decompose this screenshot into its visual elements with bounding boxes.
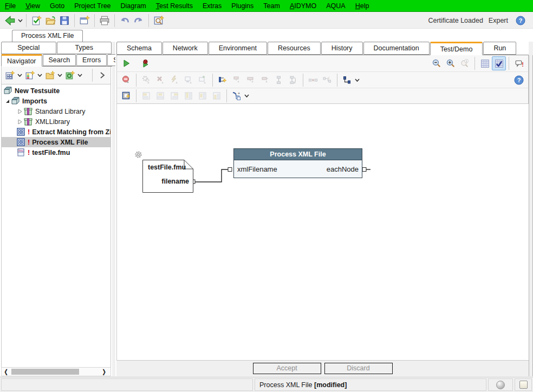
menu-aidymo[interactable]: AIDYMO bbox=[285, 1, 321, 11]
tab-types[interactable]: Types bbox=[57, 42, 112, 54]
zoom-out-icon[interactable] bbox=[430, 56, 444, 70]
zoom-in-icon[interactable] bbox=[444, 56, 458, 70]
discard-button[interactable]: Discard bbox=[324, 363, 393, 374]
tree-item-extract-matching[interactable]: ! Extract Matching from Zip A bbox=[2, 127, 110, 137]
tab-history[interactable]: History bbox=[321, 42, 363, 55]
new-list-icon[interactable] bbox=[23, 68, 37, 82]
paste-add-icon[interactable]: + bbox=[230, 89, 244, 103]
add-port-right-icon[interactable] bbox=[258, 73, 272, 87]
print-button[interactable] bbox=[98, 14, 112, 28]
menu-goto[interactable]: Goto bbox=[45, 1, 69, 11]
delete-step-icon[interactable] bbox=[153, 73, 167, 87]
menu-aqua[interactable]: AQUA bbox=[321, 1, 350, 11]
collapsed-arrow-icon[interactable] bbox=[17, 109, 23, 114]
renumber-ports-icon[interactable]: 2 bbox=[320, 73, 334, 87]
record-window-button[interactable] bbox=[152, 14, 166, 28]
new-window-button[interactable] bbox=[77, 14, 92, 28]
process-output-port-label[interactable]: eachNode bbox=[327, 165, 359, 173]
process-node[interactable]: Process XML File xmlFilename eachNode bbox=[233, 148, 362, 178]
back-button[interactable] bbox=[3, 14, 17, 28]
tab-test-demo[interactable]: Test/Demo bbox=[430, 42, 483, 55]
align-top-icon[interactable] bbox=[181, 89, 196, 103]
tab-environment[interactable]: Environment bbox=[209, 42, 267, 55]
disconnect-icon[interactable] bbox=[306, 73, 320, 87]
snap-to-grid-toggle[interactable] bbox=[492, 56, 506, 70]
align-right-icon[interactable] bbox=[167, 89, 181, 103]
tree-horizontal-scrollbar[interactable]: ❬ ❭ bbox=[1, 367, 111, 376]
accept-button[interactable]: Accept bbox=[253, 363, 321, 374]
new-component-dropdown-icon[interactable] bbox=[77, 68, 83, 82]
connector-cycle-icon[interactable] bbox=[286, 73, 300, 87]
new-folder-dropdown-icon[interactable] bbox=[57, 68, 63, 82]
menu-project-tree[interactable]: Project Tree bbox=[69, 1, 115, 11]
scroll-right-icon[interactable]: ❭ bbox=[100, 368, 108, 375]
add-port-top-icon[interactable] bbox=[230, 73, 244, 87]
tab-search[interactable]: Search bbox=[43, 54, 76, 66]
new-component-icon[interactable] bbox=[63, 68, 77, 82]
run-button[interactable] bbox=[119, 56, 133, 70]
tree-item-process-xml-file[interactable]: ! Process XML File bbox=[2, 137, 110, 147]
scroll-left-icon[interactable]: ❬ bbox=[2, 368, 10, 375]
collapsed-arrow-icon[interactable] bbox=[17, 119, 23, 125]
tree-item-new-testsuite[interactable]: New Testsuite bbox=[2, 86, 110, 96]
menu-view[interactable]: View bbox=[21, 1, 45, 11]
add-display-step-icon[interactable] bbox=[196, 73, 210, 87]
undo-button[interactable] bbox=[118, 14, 132, 28]
menu-extras[interactable]: Extras bbox=[198, 1, 226, 11]
tree-item-standard-library[interactable]: Standard Library bbox=[2, 106, 110, 116]
tab-network[interactable]: Network bbox=[162, 42, 208, 55]
document-tab[interactable]: Process XML File bbox=[12, 30, 83, 42]
help-icon[interactable]: ? bbox=[514, 14, 528, 28]
collapsed-panel-splitter[interactable] bbox=[529, 55, 533, 376]
add-port-bottom-icon[interactable] bbox=[244, 73, 258, 87]
trigger-step-icon[interactable] bbox=[167, 73, 181, 87]
menu-file[interactable]: File bbox=[0, 1, 21, 11]
back-dropdown-icon[interactable] bbox=[17, 14, 23, 28]
routing-style-dropdown-icon[interactable] bbox=[354, 73, 360, 87]
fmu-output-port-label[interactable]: filename bbox=[142, 178, 189, 185]
paste-add-dropdown-icon[interactable] bbox=[244, 89, 250, 103]
process-input-port-label[interactable]: xmlFilename bbox=[237, 165, 277, 173]
tab-documentation[interactable]: Documentation bbox=[363, 42, 430, 55]
redo-button[interactable] bbox=[132, 14, 146, 28]
remove-node-icon[interactable] bbox=[119, 73, 133, 87]
new-folder-icon[interactable] bbox=[43, 68, 57, 82]
menu-test-results[interactable]: Test Results bbox=[151, 1, 198, 11]
align-bottom-icon[interactable] bbox=[210, 89, 224, 103]
menu-plugins[interactable]: Plugins bbox=[226, 1, 258, 11]
connector-vertical-icon[interactable] bbox=[272, 73, 286, 87]
new-dialog-dropdown-icon[interactable] bbox=[17, 68, 23, 82]
tree-item-imports[interactable]: Imports bbox=[2, 96, 110, 106]
new-testsuite-button[interactable] bbox=[29, 14, 43, 28]
tab-special[interactable]: Special bbox=[1, 42, 56, 54]
routing-style-icon[interactable] bbox=[340, 73, 354, 87]
tab-navigator[interactable]: Navigator bbox=[1, 54, 42, 67]
tree-item-xmllibrary[interactable]: XMLLibrary bbox=[2, 116, 110, 127]
tab-resources[interactable]: Resources bbox=[268, 42, 321, 55]
save-button[interactable] bbox=[57, 14, 72, 28]
process-node-header[interactable]: Process XML File bbox=[234, 149, 362, 160]
new-step-icon[interactable] bbox=[216, 73, 230, 87]
diagram-canvas[interactable]: testFile.fmu filename Process XML File x… bbox=[116, 104, 529, 360]
comment-warning-icon[interactable]: ! bbox=[512, 56, 526, 70]
tab-errors[interactable]: Errors bbox=[76, 54, 107, 66]
expand-toolbar-icon[interactable] bbox=[95, 68, 109, 82]
new-dialog-icon[interactable] bbox=[3, 68, 17, 82]
zoom-actual-size-icon[interactable]: 1 bbox=[458, 56, 472, 70]
open-file-button[interactable] bbox=[43, 14, 57, 28]
tree-item-testfile-fmu[interactable]: fmu ! testFile.fmu bbox=[2, 147, 110, 158]
expanded-arrow-icon[interactable] bbox=[4, 99, 10, 103]
resize-grip-icon[interactable] bbox=[519, 381, 528, 389]
align-center-icon[interactable] bbox=[153, 89, 167, 103]
tab-schema[interactable]: Schema bbox=[116, 42, 162, 55]
display-step-icon[interactable] bbox=[181, 73, 196, 87]
align-middle-icon[interactable] bbox=[196, 89, 210, 103]
edit-step-icon[interactable] bbox=[119, 89, 133, 103]
help-icon[interactable]: ? bbox=[512, 73, 526, 87]
debug-button[interactable] bbox=[139, 56, 153, 70]
tab-run[interactable]: Run bbox=[483, 42, 516, 55]
new-list-dropdown-icon[interactable] bbox=[37, 68, 43, 82]
menu-diagram[interactable]: Diagram bbox=[116, 1, 151, 11]
settings-step-icon[interactable] bbox=[139, 73, 153, 87]
align-left-icon[interactable] bbox=[139, 89, 153, 103]
